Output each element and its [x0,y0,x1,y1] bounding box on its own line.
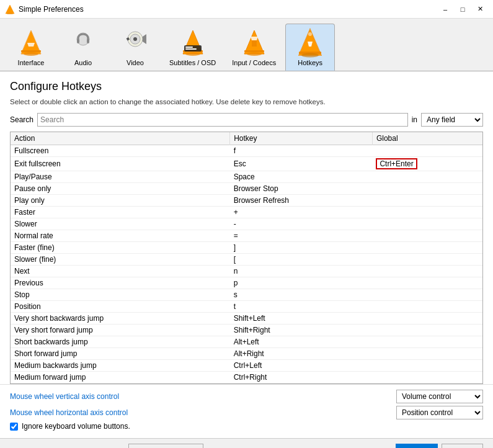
cell-action: Exit fullscreen [11,157,230,171]
svg-rect-19 [185,48,197,50]
hotkey-table-container: Action Hotkey Global FullscreenfExit ful… [10,132,483,384]
cell-hotkey: [ [230,254,373,266]
tab-audio[interactable]: Audio [58,24,108,71]
cell-action: Very short backwards jump [11,313,230,325]
table-row[interactable]: Faster (fine)] [11,242,482,254]
vertical-axis-row: Mouse wheel vertical axis control Volume… [10,390,483,403]
vertical-axis-label: Mouse wheel vertical axis control [10,392,396,401]
cell-hotkey: + [230,207,373,218]
cell-global [372,277,482,289]
cell-global [372,145,482,157]
table-row[interactable]: Slower (fine)[ [11,254,482,266]
search-in-label: in [412,115,417,124]
table-row[interactable]: Previousp [11,277,482,289]
tab-audio-label: Audio [74,59,92,66]
table-row[interactable]: Medium forward jumpCtrl+Right [11,372,482,383]
cell-action: Medium forward jump [11,372,230,383]
cell-action: Fullscreen [11,145,230,157]
ignore-keyboard-checkbox[interactable] [10,423,18,431]
table-row[interactable]: Play onlyBrowser Refresh [11,195,482,207]
svg-rect-18 [185,47,193,48]
cell-action: Normal rate [11,230,230,242]
cell-action: Position [11,301,230,313]
maximize-button[interactable]: □ [455,3,471,16]
cell-global [372,183,482,195]
svg-point-12 [133,37,137,41]
close-button[interactable]: ✕ [472,3,488,16]
svg-point-16 [185,52,200,56]
search-field-dropdown[interactable]: Any field Action Hotkey [421,113,483,127]
cell-global [372,313,482,325]
cell-action: Short backwards jump [11,336,230,348]
table-row[interactable]: Very short backwards jumpShift+Left [11,313,482,325]
table-row[interactable]: Exit fullscreenEscCtrl+Enter [11,157,482,171]
bottom-controls: Mouse wheel vertical axis control Volume… [0,384,493,438]
search-label: Search [10,115,33,124]
video-icon [120,28,150,58]
tab-input[interactable]: Input / Codecs [225,24,283,71]
search-input[interactable] [37,113,408,127]
main-window: Interface Audio Video [0,19,493,448]
table-row[interactable]: Normal rate= [11,230,482,242]
table-row[interactable]: Fullscreenf [11,145,482,157]
table-row[interactable]: Faster+ [11,207,482,218]
content-area: Configure Hotkeys Select or double click… [0,71,493,438]
tab-video[interactable]: Video [110,24,160,71]
tab-bar: Interface Audio Video [0,19,493,71]
reset-preferences-button[interactable]: Reset Preferences [128,444,203,448]
highlighted-hotkey: Ctrl+Enter [376,158,417,169]
svg-point-30 [308,32,312,36]
cell-global [372,242,482,254]
hotkey-table: Action Hotkey Global FullscreenfExit ful… [11,132,482,383]
tab-subtitles[interactable]: Subtitles / OSD [162,24,223,71]
tab-hotkeys[interactable]: Hotkeys [285,24,335,71]
horizontal-axis-dropdown[interactable]: Volume control Position control None [396,406,483,419]
minimize-button[interactable]: – [437,3,453,16]
cell-global: Ctrl+Enter [372,157,482,171]
table-row[interactable]: Positiont [11,301,482,313]
vertical-axis-dropdown[interactable]: Volume control Position control None [396,390,483,403]
cell-global [372,230,482,242]
svg-rect-4 [21,50,41,52]
cell-action: Very short forward jump [11,325,230,336]
cell-action: Previous [11,277,230,289]
svg-point-22 [247,52,262,56]
table-row[interactable]: Short forward jumpAlt+Right [11,348,482,360]
save-button[interactable]: Save [396,444,437,448]
cell-global [372,360,482,372]
horizontal-axis-row: Mouse wheel horizontal axis control Volu… [10,406,483,419]
table-row[interactable]: Stops [11,289,482,301]
table-row[interactable]: Nextn [11,266,482,277]
cell-hotkey: Ctrl+Right [230,372,373,383]
col-header-action: Action [11,132,230,145]
cell-global [372,195,482,207]
tab-hotkeys-label: Hotkeys [298,59,322,66]
svg-rect-21 [244,50,264,52]
table-row[interactable]: Play/PauseSpace [11,171,482,183]
cell-action: Play only [11,195,230,207]
cell-action: Next [11,266,230,277]
tab-interface[interactable]: Interface [6,24,56,71]
window-controls: – □ ✕ [437,3,488,16]
tab-subtitles-label: Subtitles / OSD [169,59,216,66]
table-row[interactable]: Very short forward jumpShift+Right [11,325,482,336]
cell-global [372,301,482,313]
cell-action: Faster [11,207,230,218]
table-row[interactable]: Slower- [11,218,482,230]
table-row[interactable]: Pause onlyBrowser Stop [11,183,482,195]
cell-global [372,218,482,230]
svg-rect-24 [252,40,257,47]
cell-global [372,171,482,183]
page-title: Configure Hotkeys [0,71,493,98]
cell-global [372,207,482,218]
cell-hotkey: Space [230,171,373,183]
cell-hotkey: f [230,145,373,157]
input-icon [239,28,269,58]
horizontal-axis-label: Mouse wheel horizontal axis control [10,408,396,417]
ignore-keyboard-label: Ignore keyboard volume buttons. [22,422,130,431]
svg-marker-23 [251,37,258,40]
table-row[interactable]: Short backwards jumpAlt+Left [11,336,482,348]
table-row[interactable]: Medium backwards jumpCtrl+Left [11,360,482,372]
hotkeys-icon [295,28,325,58]
cancel-button[interactable]: Cancel [442,444,483,448]
